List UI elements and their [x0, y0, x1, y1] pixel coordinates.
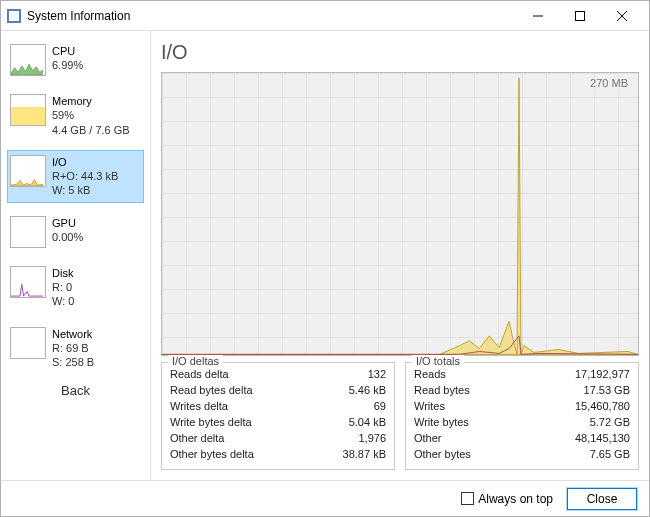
sidebar-item-label: Disk	[52, 266, 74, 280]
maximize-button[interactable]	[559, 2, 601, 30]
stat-row: Reads17,192,977	[414, 367, 630, 383]
io-totals-legend: I/O totals	[412, 355, 464, 367]
main-panel: I/O 270 MB I/O deltas Reads delta132 Rea…	[151, 31, 649, 480]
sidebar-item-detail: S: 258 B	[52, 355, 94, 369]
gpu-sparkline	[10, 216, 46, 248]
sidebar-item-value: R: 0	[52, 280, 74, 294]
sidebar-item-label: Network	[52, 327, 94, 341]
sidebar-item-io[interactable]: I/O R+O: 44.3 kB W: 5 kB	[7, 150, 144, 203]
stat-row: Reads delta132	[170, 367, 386, 383]
chart-plot	[162, 73, 638, 355]
checkbox-icon	[461, 492, 474, 505]
close-window-button[interactable]	[601, 2, 643, 30]
network-sparkline	[10, 327, 46, 359]
cpu-sparkline	[10, 44, 46, 76]
sidebar-item-value: 6.99%	[52, 58, 83, 72]
sidebar-item-detail: W: 0	[52, 294, 74, 308]
svg-rect-1	[576, 11, 585, 20]
sidebar-item-network[interactable]: Network R: 69 B S: 258 B	[7, 322, 144, 375]
stat-row: Other delta1,976	[170, 431, 386, 447]
sidebar-item-detail: W: 5 kB	[52, 183, 118, 197]
back-button[interactable]: Back	[7, 383, 144, 398]
io-deltas-legend: I/O deltas	[168, 355, 223, 367]
close-button[interactable]: Close	[567, 488, 637, 510]
stat-row: Write bytes5.72 GB	[414, 415, 630, 431]
sidebar-item-memory[interactable]: Memory 59% 4.4 GB / 7.6 GB	[7, 89, 144, 142]
stat-row: Other bytes delta38.87 kB	[170, 447, 386, 463]
sidebar-item-label: Memory	[52, 94, 130, 108]
stat-row: Other bytes7.65 GB	[414, 447, 630, 463]
stat-row: Writes delta69	[170, 399, 386, 415]
io-deltas-box: I/O deltas Reads delta132 Read bytes del…	[161, 362, 395, 470]
bottom-bar: Always on top Close	[1, 480, 649, 516]
io-chart: 270 MB	[161, 72, 639, 356]
sidebar-item-label: CPU	[52, 44, 83, 58]
titlebar: System Information	[1, 1, 649, 31]
window-title: System Information	[27, 9, 517, 23]
sidebar-item-value: 0.00%	[52, 230, 83, 244]
sidebar-item-gpu[interactable]: GPU 0.00%	[7, 211, 144, 253]
sidebar-item-label: GPU	[52, 216, 83, 230]
stat-row: Read bytes delta5.46 kB	[170, 383, 386, 399]
sidebar-item-detail: 4.4 GB / 7.6 GB	[52, 123, 130, 137]
page-title: I/O	[161, 41, 639, 64]
always-on-top-label: Always on top	[478, 492, 553, 506]
io-sparkline	[10, 155, 46, 187]
sidebar-item-disk[interactable]: Disk R: 0 W: 0	[7, 261, 144, 314]
app-icon	[7, 9, 21, 23]
always-on-top-checkbox[interactable]: Always on top	[461, 492, 553, 506]
stat-row: Other48,145,130	[414, 431, 630, 447]
sidebar-item-value: 59%	[52, 108, 130, 122]
sidebar-item-value: R+O: 44.3 kB	[52, 169, 118, 183]
stat-row: Read bytes17.53 GB	[414, 383, 630, 399]
sidebar-item-label: I/O	[52, 155, 118, 169]
stat-row: Write bytes delta5.04 kB	[170, 415, 386, 431]
memory-sparkline	[10, 94, 46, 126]
disk-sparkline	[10, 266, 46, 298]
sidebar-item-value: R: 69 B	[52, 341, 94, 355]
io-totals-box: I/O totals Reads17,192,977 Read bytes17.…	[405, 362, 639, 470]
stat-row: Writes15,460,780	[414, 399, 630, 415]
minimize-button[interactable]	[517, 2, 559, 30]
sidebar-item-cpu[interactable]: CPU 6.99%	[7, 39, 144, 81]
system-information-window: System Information CPU 6.99% Memory	[0, 0, 650, 517]
sidebar: CPU 6.99% Memory 59% 4.4 GB / 7.6 GB I/O	[1, 31, 151, 480]
